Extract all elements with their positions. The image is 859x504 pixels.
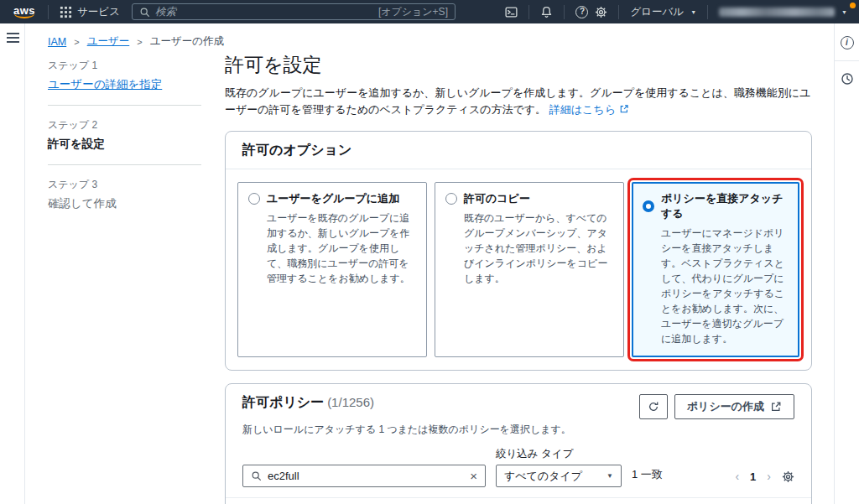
page-description: 既存のグループにユーザーを追加するか、新しいグループを作成します。グループを使用… [225,85,812,118]
divider [528,5,529,19]
create-policy-button[interactable]: ポリシーの作成 [674,394,794,419]
policies-actions: ポリシーの作成 [639,394,794,419]
type-filter-select[interactable]: すべてのタイプ ▼ [496,465,622,487]
radio-selected-icon[interactable] [643,200,654,212]
refresh-icon [648,401,659,413]
info-panel-icon[interactable]: i [841,36,854,49]
chevron-down-icon: ▼ [607,472,613,480]
grid-icon [60,6,72,18]
account-name-redacted [719,8,835,17]
bell-icon [540,6,553,18]
chevron-down-icon: ▼ [841,9,847,15]
services-menu-button[interactable]: サービス [56,5,123,19]
notification-dot [850,3,856,8]
gear-icon [595,6,607,18]
type-filter-label: 絞り込み タイプ [496,447,622,461]
current-page-number[interactable]: 1 [750,470,756,483]
search-icon [139,7,150,18]
breadcrumb-separator: > [137,37,142,47]
aws-console-page: aws サービス [オプション+S] ? グローバル ▼ ▼ [0,0,859,504]
clock-icon[interactable] [841,72,854,86]
radio-unselected-icon[interactable] [248,193,260,205]
previous-page-icon[interactable]: ‹ [735,470,739,483]
learn-more-link[interactable]: 詳細はこちら [549,103,629,116]
option-card-title: 許可のコピー [464,191,530,206]
chevron-down-icon: ▼ [690,9,696,15]
breadcrumb-separator: > [74,37,79,47]
help-button[interactable]: ? [572,6,591,18]
wizard-step-3: ステップ 3 確認して作成 [48,178,201,211]
account-menu[interactable]: ▼ [716,8,851,17]
option-card-copy-permissions[interactable]: 許可のコピー 既存のユーザーから、すべてのグループメンバーシップ、アタッチされた… [435,182,624,357]
terminal-icon [505,6,518,18]
option-card-attach-policies-directly-selected[interactable]: ポリシーを直接アタッチする ユーザーにマネージドポリシーを直接アタッチします。ベ… [632,182,799,357]
option-card-title: ポリシーを直接アタッチする [661,191,789,221]
radio-unselected-icon[interactable] [445,193,457,205]
region-label: グローバル [630,5,684,19]
red-annotation-box: ポリシーを直接アタッチする ユーザーにマネージドポリシーを直接アタッチします。ベ… [632,182,799,357]
type-filter-value: すべてのタイプ [504,469,605,484]
right-tools-rail: i [834,23,859,504]
table-header-row: ✓ ポリシー名 ▲ タイプ [226,498,811,504]
hamburger-menu-icon[interactable] [7,37,19,39]
cloudshell-button[interactable] [502,6,521,18]
step1-link[interactable]: ユーザーの詳細を指定 [48,78,162,91]
settings-button[interactable] [591,6,611,18]
breadcrumb-users[interactable]: ユーザー [87,34,130,49]
left-rail [0,23,25,504]
top-navigation-bar: aws サービス [オプション+S] ? グローバル ▼ ▼ [0,0,859,23]
divider [48,164,201,165]
policies-description: 新しいロールにアタッチする 1 つまたは複数のポリシーを選択します。 [226,419,811,447]
policies-count: (1/1256) [327,395,374,409]
step2-title: 許可を設定 [48,137,201,152]
option-card-add-to-group[interactable]: ユーザーをグループに追加 ユーザーを既存のグループに追加するか、新しいグループを… [237,182,427,357]
search-shortcut-hint: [オプション+S] [378,5,448,19]
match-count: 1 一致 [632,467,663,487]
wizard-steps: ステップ 1 ユーザーの詳細を指定 ステップ 2 許可を設定 ステップ 3 確認… [48,59,201,211]
option-card-description: ユーザーを既存のグループに追加するか、新しいグループを作成します。グループを使用… [248,210,416,286]
policy-search-box[interactable]: × [242,465,486,487]
divider [48,105,201,106]
main-content: 許可を設定 既存のグループにユーザーを追加するか、新しいグループを作成します。グ… [225,52,812,504]
clear-search-icon[interactable]: × [470,470,477,482]
policy-search-input[interactable] [268,470,464,482]
divider [835,60,859,61]
divider [48,5,49,19]
next-page-icon[interactable]: › [767,470,771,483]
option-card-description: 既存のユーザーから、すべてのグループメンバーシップ、アタッチされた管理ポリシー、… [445,210,613,286]
global-search-box[interactable]: [オプション+S] [132,3,456,20]
policies-table-wrap: ✓ ポリシー名 ▲ タイプ [226,497,811,504]
question-icon: ? [575,6,588,18]
step1-label: ステップ 1 [48,59,201,73]
region-selector[interactable]: グローバル ▼ [627,5,700,19]
step3-label: ステップ 3 [48,178,201,192]
divider [564,5,565,19]
policies-header: 許可ポリシー(1/1256) ポリシーの作成 [226,384,811,419]
breadcrumb: IAM > ユーザー > ユーザーの作成 [48,34,224,49]
table-preferences-gear-icon[interactable] [782,470,794,483]
refresh-button[interactable] [639,394,668,419]
option-card-description: ユーザーにマネージドポリシーを直接アタッチします。ベストプラクティスとして、代わ… [643,226,789,346]
policies-table: ✓ ポリシー名 ▲ タイプ [226,497,811,504]
aws-logo[interactable]: aws [8,4,40,19]
step2-label: ステップ 2 [48,118,201,132]
step3-title: 確認して作成 [48,196,201,211]
permission-option-cards: ユーザーをグループに追加 ユーザーを既存のグループに追加するか、新しいグループを… [226,169,811,370]
breadcrumb-current: ユーザーの作成 [150,34,224,49]
wizard-step-2-current: ステップ 2 許可を設定 [48,118,201,152]
divider [707,5,708,19]
breadcrumb-iam[interactable]: IAM [48,36,66,48]
search-icon [251,470,262,481]
pagination: ‹ 1 › [735,470,794,487]
wizard-step-1: ステップ 1 ユーザーの詳細を指定 [48,59,201,92]
external-link-icon [619,104,629,114]
global-search-input[interactable] [155,6,373,18]
permission-options-container: 許可のオプション ユーザーをグループに追加 ユーザーを既存のグループに追加するか… [225,131,812,371]
option-card-title: ユーザーをグループに追加 [267,191,399,206]
notifications-button[interactable] [537,6,556,18]
permission-policies-container: 許可ポリシー(1/1256) ポリシーの作成 新しいロールにアタッチする 1 つ… [225,383,812,504]
permission-options-title: 許可のオプション [226,132,811,169]
external-link-icon [770,401,782,413]
policies-title: 許可ポリシー [242,395,324,409]
page-title: 許可を設定 [225,52,812,78]
